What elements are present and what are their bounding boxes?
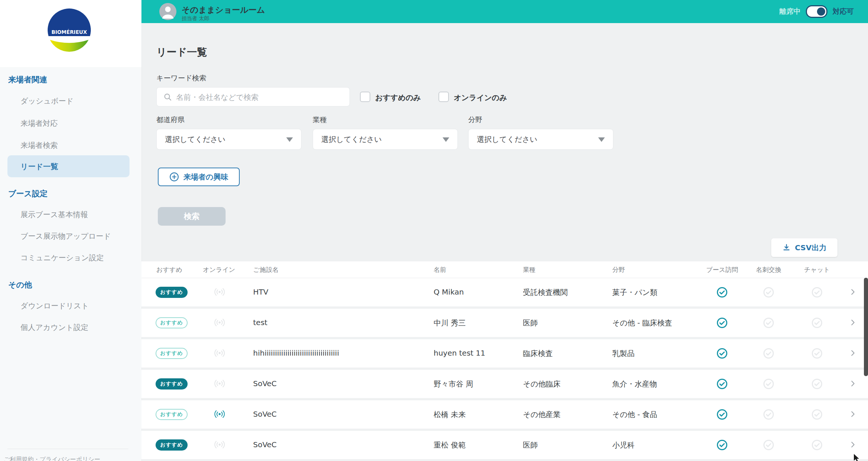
sidebar-section-booth: ブース設定: [8, 188, 48, 199]
page-title: リード一覧: [156, 45, 207, 59]
booth-visit-check-icon: [717, 439, 728, 452]
chat-check-icon: [811, 409, 823, 422]
sidebar-item-visitor-support[interactable]: 来場者対応: [20, 118, 58, 128]
table-row[interactable]: おすすめ test中川 秀三医師その他 - 臨床検査: [141, 309, 868, 337]
online-only-checkbox[interactable]: [438, 92, 449, 102]
prefecture-select[interactable]: 選択してください: [156, 129, 301, 150]
name-cell: 野々市谷 周: [434, 379, 473, 389]
booth-visit-check-icon: [717, 409, 728, 422]
field-cell: その他 - 臨床検査: [612, 318, 672, 328]
chat-check-icon: [811, 317, 823, 330]
card-exchange-check-icon: [763, 287, 774, 299]
online-status-icon: [213, 409, 226, 421]
prefecture-select-value: 選択してください: [165, 134, 226, 144]
search-button[interactable]: 検索: [158, 207, 226, 226]
chat-check-icon: [811, 287, 823, 299]
industry-select[interactable]: 選択してください: [313, 129, 458, 150]
facility-cell: SoVeC: [253, 379, 277, 388]
field-label: 分野: [468, 115, 482, 125]
booth-visit-check-icon: [717, 317, 728, 330]
sidebar-logo-area: BIOMÉRIEUX: [0, 0, 141, 67]
row-chevron-icon[interactable]: [849, 410, 857, 420]
recommended-badge: おすすめ: [156, 348, 188, 359]
col-booth-visit: ブース訪問: [706, 266, 738, 274]
row-chevron-icon[interactable]: [849, 318, 857, 328]
col-online: オンライン: [203, 266, 235, 274]
plus-circle-icon: [169, 172, 179, 182]
table-row[interactable]: おすすめ HTVQ Mikan受託検査機関菓子・パン類: [141, 278, 868, 306]
facility-cell: SoVeC: [253, 410, 277, 419]
name-cell: Q Mikan: [434, 287, 464, 296]
recommended-only-label: おすすめのみ: [375, 93, 421, 103]
table-header: おすすめ オンライン ご施設名 名前 業種 分野 ブース訪問 名刺交換 チャット: [141, 261, 868, 278]
online-status-icon: [213, 439, 226, 451]
row-chevron-icon[interactable]: [849, 349, 857, 359]
sidebar-item-lead-list-label: リード一覧: [20, 162, 58, 172]
status-away-label: 離席中: [779, 7, 801, 16]
sidebar-item-download-list[interactable]: ダウンロードリスト: [20, 301, 89, 311]
table-body: おすすめ HTVQ Mikan受託検査機関菓子・パン類 おすすめ test中川 …: [141, 278, 868, 461]
sidebar-item-visitor-search[interactable]: 来場者検索: [20, 140, 58, 150]
table-row[interactable]: おすすめ SoVeC松橋 未来その他産業その他 - 食品: [141, 400, 868, 429]
availability-toggle-knob: [817, 7, 825, 16]
availability-toggle[interactable]: [806, 5, 827, 18]
card-exchange-check-icon: [763, 439, 774, 452]
row-chevron-icon[interactable]: [849, 379, 857, 389]
keyword-search-input[interactable]: 名前・会社名などで検索: [156, 87, 350, 106]
col-field: 分野: [612, 266, 625, 274]
industry-cell: 臨床検査: [523, 349, 553, 359]
online-status-icon: [213, 348, 226, 360]
recommended-badge: おすすめ: [156, 287, 188, 298]
visitor-interest-button[interactable]: 来場者の興味: [158, 168, 240, 186]
app-root: BIOMÉRIEUX 来場者関連 ダッシュボード 来場者対応 来場者検索 リード…: [0, 0, 868, 461]
recommended-badge: おすすめ: [156, 409, 188, 420]
row-chevron-icon[interactable]: [849, 441, 857, 450]
industry-cell: その他臨床: [523, 379, 561, 389]
col-chat: チャット: [804, 266, 830, 274]
field-select[interactable]: 選択してください: [468, 129, 613, 150]
field-cell: 小児科: [612, 440, 635, 450]
booth-visit-check-icon: [717, 378, 728, 391]
field-select-value: 選択してください: [477, 134, 537, 144]
industry-select-value: 選択してください: [321, 134, 382, 144]
top-header: そのままショールーム 担当者 太郎 離席中 対応可: [141, 0, 868, 23]
chevron-down-icon: [598, 137, 605, 142]
sidebar-item-booth-upload[interactable]: ブース展示物アップロード: [20, 231, 111, 241]
industry-cell: その他産業: [523, 410, 561, 420]
table-row[interactable]: おすすめ SoVeC野々市谷 周その他臨床魚介・水産物: [141, 370, 868, 398]
table-row[interactable]: おすすめ SoVeC重松 俊範医師小児科: [141, 431, 868, 459]
col-facility: ご施設名: [253, 266, 278, 274]
sidebar: BIOMÉRIEUX 来場者関連 ダッシュボード 来場者対応 来場者検索 リード…: [0, 0, 142, 461]
row-chevron-icon[interactable]: [849, 288, 857, 298]
search-icon: [163, 93, 172, 102]
csv-export-button[interactable]: CSV出力: [771, 238, 837, 257]
table-row[interactable]: おすすめ hihiiiiiiiiiiiiiiiiiiiiiiiiiiiiiiii…: [141, 339, 868, 368]
sidebar-item-dashboard[interactable]: ダッシュボード: [20, 96, 74, 106]
showroom-title: そのままショールーム: [182, 4, 265, 16]
col-recommended: おすすめ: [156, 266, 182, 274]
online-status-icon: [213, 287, 226, 299]
biomerieux-logo-icon: BIOMÉRIEUX: [46, 6, 92, 54]
name-cell: 中川 秀三: [434, 318, 466, 328]
main-content: リード一覧 キーワード検索 名前・会社名などで検索 おすすめのみ オンラインのみ…: [141, 23, 868, 461]
sidebar-divider: [7, 449, 128, 449]
status-available-label: 対応可: [833, 7, 854, 16]
name-cell: 重松 俊範: [434, 440, 466, 450]
recommended-only-checkbox[interactable]: [360, 92, 370, 102]
name-cell: huyen test 11: [434, 349, 485, 357]
prefecture-label: 都道府県: [156, 115, 185, 125]
visitor-interest-button-label: 来場者の興味: [184, 172, 228, 182]
sidebar-item-lead-list[interactable]: リード一覧: [7, 155, 130, 177]
sidebar-item-booth-info[interactable]: 展示ブース基本情報: [20, 210, 88, 220]
sidebar-item-communication-settings[interactable]: コミュニケーション設定: [20, 253, 104, 263]
sidebar-item-account-settings[interactable]: 個人アカウント設定: [20, 322, 88, 333]
download-icon: [782, 244, 791, 252]
terms-privacy-link[interactable]: ご利用規約・プライバシーポリシー: [4, 456, 100, 461]
search-placeholder: 名前・会社名などで検索: [176, 92, 258, 102]
facility-cell: SoVeC: [253, 440, 277, 449]
csv-export-button-label: CSV出力: [795, 243, 827, 253]
booth-visit-check-icon: [717, 287, 728, 299]
vertical-scrollbar[interactable]: [864, 278, 868, 376]
industry-cell: 医師: [523, 318, 538, 328]
availability-status-group: 離席中 対応可: [779, 0, 854, 23]
